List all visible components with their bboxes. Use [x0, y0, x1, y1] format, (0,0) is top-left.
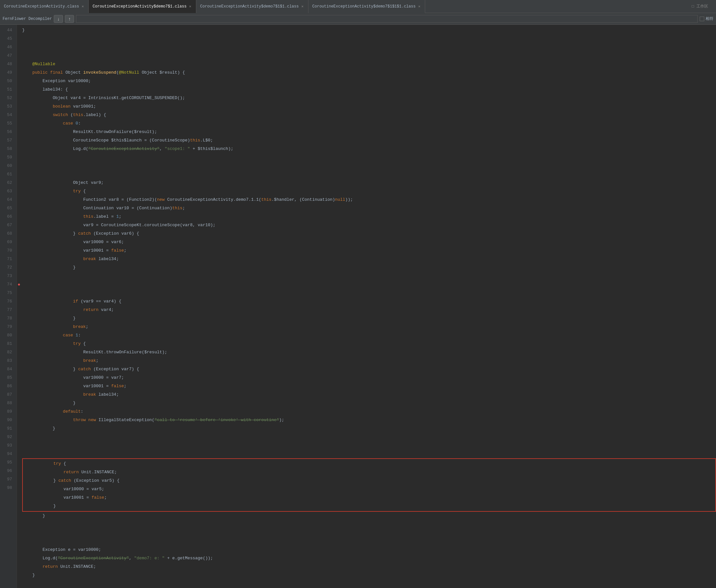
code-line-84: throw new IllegalStateException("call to… — [22, 416, 716, 424]
tab-1[interactable]: CoroutineExceptionActivity.class ✕ — [0, 0, 89, 13]
ln-64: 64 — [0, 195, 14, 204]
code-line-81: break label34; — [22, 391, 716, 399]
ln-70: 70 — [0, 247, 14, 255]
ln-93: 93 — [0, 441, 14, 450]
breakpoint-indicator: ● — [18, 280, 20, 289]
code-line-78: } catch (Exception var7) { — [22, 365, 716, 374]
ln-90: 90 — [0, 416, 14, 424]
code-line-45 — [22, 35, 716, 60]
red-highlight-box: try { return Unit.INSTANCE; } catch (Exc… — [22, 458, 716, 512]
code-line-58: Object var9; — [22, 178, 716, 187]
code-line-68: } — [22, 264, 716, 272]
tab-3[interactable]: CoroutineExceptionActivity$demo7$1$1.cla… — [196, 0, 308, 13]
code-line-87: try { — [23, 460, 715, 468]
code-line-97: return Unit.INSTANCE; — [22, 563, 716, 571]
ln-81: 81 — [0, 340, 14, 348]
ln-73: 73 — [0, 272, 14, 280]
ln-62: 62 — [0, 178, 14, 187]
code-line-63: var9 = CoroutineScopeKt.coroutineScope(v… — [22, 221, 716, 229]
upload-button[interactable]: ↑ — [65, 15, 74, 23]
download-button[interactable]: ↓ — [54, 15, 63, 23]
ln-83: 83 — [0, 357, 14, 365]
ln-86: 86 — [0, 382, 14, 391]
ln-46: 46 — [0, 43, 14, 51]
code-line-64: } catch (Exception var6) { — [22, 229, 716, 238]
tab-3-close[interactable]: ✕ — [301, 4, 304, 8]
code-line-47: public final Object invokeSuspend(@NotNu… — [22, 68, 716, 77]
code-line-50: Object var4 = IntrinsicsKt.getCOROUTINE_… — [22, 94, 716, 102]
line-numbers: 44 45 46 47 48 49 50 51 52 53 54 55 56 5… — [0, 25, 17, 588]
tab-2-label: CoroutineExceptionActivity$demo7$1.class — [93, 4, 186, 9]
match-button[interactable]: 相符 — [700, 16, 713, 22]
code-line-55: CoroutineScope $this$launch = (Coroutine… — [22, 136, 716, 145]
code-line-76: ResultKt.throwOnFailure($result); — [22, 348, 716, 357]
ln-58: 58 — [0, 145, 14, 153]
fernflower-label: FernFlower Decompiler — [3, 17, 52, 21]
ln-48: 48 — [0, 60, 14, 68]
ln-82: 82 — [0, 348, 14, 357]
ln-53: 53 — [0, 102, 14, 111]
code-line-66: var10001 = false; — [22, 247, 716, 255]
code-line-90: var10000 = var5; — [23, 485, 715, 493]
ln-80: 80 — [0, 331, 14, 340]
ln-51: 51 — [0, 85, 14, 94]
code-content[interactable]: } @Nullable public final Object invokeSu… — [17, 25, 716, 588]
code-line-74: case 1: — [22, 331, 716, 340]
code-line-79: var10000 = var7; — [22, 374, 716, 382]
ln-52: 52 — [0, 94, 14, 102]
code-line-73: break; — [22, 323, 716, 331]
tab-1-close[interactable]: ✕ — [81, 4, 84, 8]
code-line-86 — [22, 433, 716, 458]
search-input[interactable] — [76, 15, 698, 23]
ln-44: 44 — [0, 26, 14, 35]
tab-4-close[interactable]: ✕ — [418, 4, 421, 8]
code-line-95: Exception e = var10000; — [22, 546, 716, 554]
ln-79: 79 — [0, 323, 14, 331]
code-line-57 — [22, 153, 716, 178]
code-line-83: default: — [22, 407, 716, 416]
fernflower-bar: FernFlower Decompiler ↓ ↑ 相符 — [0, 13, 716, 25]
ln-66: 66 — [0, 212, 14, 221]
ln-85: 85 — [0, 374, 14, 382]
match-checkbox[interactable] — [700, 17, 704, 21]
code-line-53: case 0: — [22, 119, 716, 128]
ln-77: 77 — [0, 306, 14, 314]
code-line-69: ● — [22, 272, 716, 297]
code-line-94 — [22, 520, 716, 546]
code-line-77: break; — [22, 357, 716, 365]
code-line-48: Exception var10000; — [22, 77, 716, 85]
code-line-59: try { — [22, 187, 716, 195]
code-line-98: } — [22, 571, 716, 580]
code-line-91: var10001 = false; — [23, 493, 715, 502]
code-line-82: } — [22, 399, 716, 407]
ln-95: 95 — [0, 458, 14, 467]
tab-2[interactable]: CoroutineExceptionActivity$demo7$1.class… — [89, 0, 196, 13]
ln-57: 57 — [0, 136, 14, 145]
tab-bar: CoroutineExceptionActivity.class ✕ Corou… — [0, 0, 716, 13]
code-line-71: return var4; — [22, 306, 716, 314]
ln-98: 98 — [0, 484, 14, 492]
code-line-92: } — [23, 502, 715, 510]
ln-49: 49 — [0, 68, 14, 77]
ln-78: 78 — [0, 314, 14, 323]
code-line-44: } — [22, 26, 716, 35]
ln-60: 60 — [0, 162, 14, 170]
tab-4[interactable]: CoroutineExceptionActivity$demo7$1$1$1.c… — [308, 0, 425, 13]
code-line-56: Log.d("CoroutineExceptionActivity", "sco… — [22, 145, 716, 153]
code-line-46: @Nullable — [22, 60, 716, 68]
ln-54: 54 — [0, 111, 14, 119]
tab-2-close[interactable]: ✕ — [188, 4, 192, 8]
code-area: 44 45 46 47 48 49 50 51 52 53 54 55 56 5… — [0, 25, 716, 588]
ln-69: 69 — [0, 238, 14, 247]
code-line-80: var10001 = false; — [22, 382, 716, 391]
ln-63: 63 — [0, 187, 14, 195]
ln-56: 56 — [0, 128, 14, 136]
ln-72: 72 — [0, 264, 14, 272]
code-line-62: this.label = 1; — [22, 212, 716, 221]
ln-65: 65 — [0, 204, 14, 212]
ln-68: 68 — [0, 229, 14, 238]
code-line-67: break label34; — [22, 255, 716, 264]
code-line-93: } — [22, 512, 716, 520]
workspace-icon: □ — [692, 4, 694, 9]
code-line-54: ResultKt.throwOnFailure($result); — [22, 128, 716, 136]
